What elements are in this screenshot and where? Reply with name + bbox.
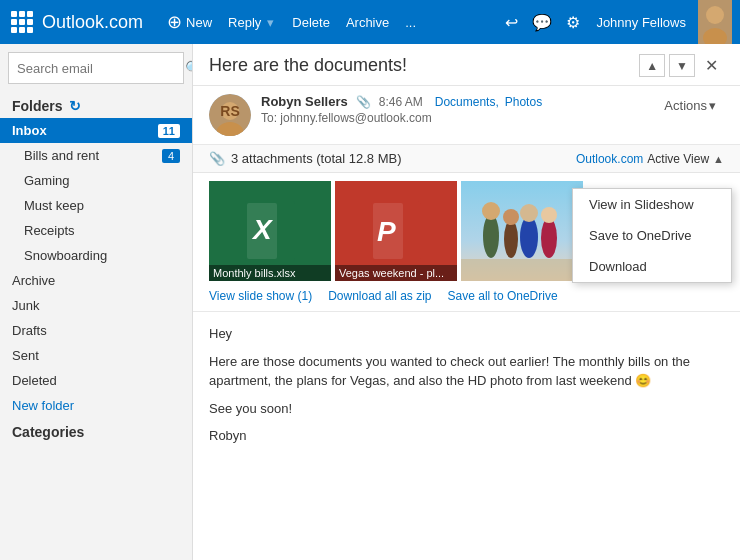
folders-label: Folders [12,98,63,114]
sent-label: Sent [12,348,39,363]
inbox-label: Inbox [12,123,47,138]
sender-avatar: RS [209,94,251,136]
email-subject: Here are the documents! [209,55,407,76]
actions-chevron-icon: ▾ [709,98,716,113]
sidebar-item-drafts[interactable]: Drafts [0,318,192,343]
user-name: Johnny Fellows [596,15,686,30]
download-zip-link[interactable]: Download all as zip [328,289,431,303]
body-greeting: Hey [209,324,724,344]
svg-point-19 [520,204,538,222]
sidebar-item-archive[interactable]: Archive [0,268,192,293]
active-view-label: Active View [647,152,709,166]
sidebar-item-mustkeep[interactable]: Must keep [0,193,192,218]
main-layout: 🔍 Folders ↻ Inbox 11 Bills and rent 4 Ga… [0,44,740,560]
delete-button[interactable]: Delete [284,11,338,34]
deleted-label: Deleted [12,373,57,388]
ppt-thumbnail[interactable]: P Vegas weekend - pl... [335,181,457,281]
send-time: 8:46 AM [379,95,423,109]
tag-link-photos[interactable]: Photos [505,95,542,109]
avatar [698,0,732,44]
settings-icon[interactable]: ⚙ [562,9,584,36]
prev-email-button[interactable]: ▲ [639,54,665,77]
grid-menu-icon[interactable] [8,8,36,36]
chat-icon[interactable]: 💬 [528,9,556,36]
plus-icon: ⊕ [167,11,182,33]
sidebar-item-bills[interactable]: Bills and rent 4 [0,143,192,168]
body-name: Robyn [209,426,724,446]
svg-point-21 [541,207,557,223]
attach-count: 📎 3 attachments (total 12.8 MB) [209,151,402,166]
more-label: ... [405,15,416,30]
mustkeep-label: Must keep [24,198,84,213]
close-email-button[interactable]: ✕ [699,54,724,77]
search-icon[interactable]: 🔍 [185,60,193,76]
actions-label: Actions [664,98,707,113]
archive-button[interactable]: Archive [338,11,397,34]
drafts-label: Drafts [12,323,47,338]
tag-link-docs[interactable]: Documents, [435,95,499,109]
new-folder-link[interactable]: New folder [0,393,192,418]
new-button[interactable]: ⊕ New [159,7,220,37]
body-text: Here are those documents you wanted to c… [209,352,724,391]
sender-name-row: Robyn Sellers 📎 8:46 AM Documents, Photo… [261,94,646,109]
sidebar-item-junk[interactable]: Junk [0,293,192,318]
attachments-bar: 📎 3 attachments (total 12.8 MB) Outlook.… [193,145,740,173]
undo-icon[interactable]: ↩ [501,9,522,36]
file1-label: Monthly bills.xlsx [209,265,331,281]
refresh-icon[interactable]: ↻ [69,98,81,114]
context-menu: View in Slideshow Save to OneDrive Downl… [572,188,732,283]
top-nav: Outlook.com ⊕ New Reply ▾ Delete Archive… [0,0,740,44]
sidebar-item-deleted[interactable]: Deleted [0,368,192,393]
reply-divider: ▾ [267,15,274,30]
reply-label: Reply [228,15,261,30]
new-label: New [186,15,212,30]
sender-name: Robyn Sellers [261,94,348,109]
svg-point-17 [503,209,519,225]
reply-button[interactable]: Reply ▾ [220,11,284,34]
context-menu-onedrive[interactable]: Save to OneDrive [573,220,731,251]
save-onedrive-link[interactable]: Save all to OneDrive [448,289,558,303]
sidebar-item-sent[interactable]: Sent [0,343,192,368]
more-button[interactable]: ... [397,11,424,34]
sidebar-item-receipts[interactable]: Receipts [0,218,192,243]
nav-icons: ↩ 💬 ⚙ Johnny Fellows [501,0,732,44]
photo-thumbnail[interactable] [461,181,583,281]
sidebar: 🔍 Folders ↻ Inbox 11 Bills and rent 4 Ga… [0,44,193,560]
gaming-label: Gaming [24,173,70,188]
archive-label: Archive [346,15,389,30]
brand-logo: Outlook.com [42,12,143,33]
actions-button[interactable]: Actions ▾ [656,94,724,117]
svg-rect-22 [461,259,583,281]
next-email-button[interactable]: ▼ [669,54,695,77]
active-view-chevron-icon[interactable]: ▲ [713,153,724,165]
action-links: View slide show (1) Download all as zip … [193,281,740,312]
email-body: Hey Here are those documents you wanted … [193,312,740,560]
sidebar-item-snowboarding[interactable]: Snowboarding [0,243,192,268]
folders-title: Folders ↻ [0,92,192,118]
svg-text:RS: RS [220,103,239,119]
receipts-label: Receipts [24,223,75,238]
categories-title: Categories [0,418,192,444]
context-menu-download[interactable]: Download [573,251,731,282]
search-box[interactable]: 🔍 [8,52,184,84]
sender-to: To: johnny.fellows@outlook.com [261,111,646,125]
sender-row: RS Robyn Sellers 📎 8:46 AM Documents, Ph… [193,86,740,145]
active-view: Outlook.com Active View ▲ [576,152,724,166]
context-menu-slideshow[interactable]: View in Slideshow [573,189,731,220]
thumbnails-row: X Monthly bills.xlsx P [193,173,740,281]
sidebar-item-gaming[interactable]: Gaming [0,168,192,193]
email-header-bar: Here are the documents! ▲ ▼ ✕ [193,44,740,86]
excel-thumbnail[interactable]: X Monthly bills.xlsx [209,181,331,281]
attachment-icon: 📎 [356,95,371,109]
svg-point-1 [706,6,724,24]
active-view-brand[interactable]: Outlook.com [576,152,643,166]
slideshow-link[interactable]: View slide show (1) [209,289,312,303]
svg-point-18 [520,216,538,258]
svg-point-14 [483,214,499,258]
sidebar-item-inbox[interactable]: Inbox 11 [0,118,192,143]
attachments-count-label: 3 attachments (total 12.8 MB) [231,151,402,166]
search-input[interactable] [17,61,185,76]
svg-rect-12 [373,203,403,259]
body-sign: See you soon! [209,399,724,419]
svg-point-20 [541,218,557,258]
